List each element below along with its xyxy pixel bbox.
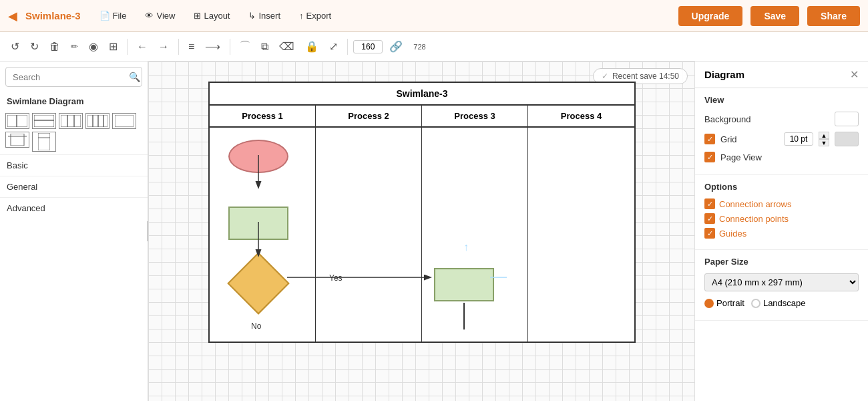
svg-rect-2: [34, 115, 54, 120]
orientation-row: Portrait Landscape: [704, 298, 859, 308]
shape-icon-5[interactable]: [112, 113, 136, 129]
svg-rect-1: [17, 115, 27, 127]
grid-color-picker[interactable]: [835, 132, 859, 146]
separator-4: [347, 39, 348, 55]
shape-icon-6[interactable]: [5, 132, 29, 148]
swimlane-body: No Yes ↑: [210, 128, 634, 342]
shape-icon-3[interactable]: [59, 113, 83, 129]
panel-close-button[interactable]: ✕: [850, 68, 859, 81]
canvas-area[interactable]: ✓ Recent save 14:50 Swimlane-3 Process 1…: [148, 61, 694, 401]
menu-layout[interactable]: ⊞ Layout: [188, 8, 235, 23]
paper-size-select[interactable]: A4 (210 mm x 297 mm) A3 (297 mm x 420 mm…: [704, 273, 859, 291]
swimlane-title: Swimlane-3: [210, 83, 634, 106]
right-panel: Diagram ✕ View Background ✓ Grid ▲ ▼ ✓: [694, 61, 868, 401]
landscape-radio-indicator: [751, 299, 761, 308]
swimlane-container[interactable]: Swimlane-3 Process 1 Process 2 Process 3…: [208, 82, 636, 343]
paper-size-section: Paper Size A4 (210 mm x 297 mm) A3 (297 …: [695, 250, 868, 321]
arrow-right-button[interactable]: →: [154, 38, 173, 55]
menu-file[interactable]: 📄 File: [94, 8, 132, 23]
back-button[interactable]: ◀: [8, 9, 17, 23]
fill-button[interactable]: ◉: [85, 37, 102, 55]
connection-arrows-label: Connection arrows: [719, 199, 791, 209]
sidebar-item-advanced[interactable]: Advanced: [0, 197, 148, 219]
redo-button[interactable]: ↻: [26, 37, 43, 55]
insert-icon: ↳: [248, 11, 256, 21]
grid-row: ✓ Grid ▲ ▼: [704, 132, 859, 146]
view-section: View Background ✓ Grid ▲ ▼ ✓ Page View: [695, 88, 868, 175]
shape-icon-2[interactable]: [32, 113, 56, 129]
save-button[interactable]: Save: [750, 6, 799, 26]
svg-rect-6: [61, 115, 81, 127]
shape-process-rect-col3[interactable]: [434, 268, 494, 301]
connection-points-row: ✓ Connection points: [704, 213, 859, 224]
shape-icon-1[interactable]: [5, 113, 29, 129]
share-button[interactable]: Share: [807, 6, 860, 26]
undo-button[interactable]: ↺: [7, 37, 23, 55]
grid-value-input[interactable]: [784, 132, 813, 146]
link-button[interactable]: 🔗: [385, 37, 407, 55]
search-input[interactable]: [13, 72, 125, 82]
menu-view[interactable]: 👁 View: [140, 8, 180, 23]
save-text: Recent save 14:50: [612, 72, 679, 81]
sidebar-item-general[interactable]: General: [0, 176, 148, 197]
clone-button[interactable]: ⧉: [257, 38, 272, 55]
view-section-title: View: [704, 95, 859, 105]
svg-rect-11: [115, 115, 134, 127]
grid-stepper: ▲ ▼: [819, 132, 829, 146]
table-button[interactable]: ⊞: [105, 37, 122, 55]
grid-label: Grid: [720, 134, 779, 144]
shape-start-oval[interactable]: [228, 140, 288, 173]
shape-icon-7[interactable]: [32, 132, 56, 152]
guides-label: Guides: [719, 229, 746, 239]
paper-size-title: Paper Size: [704, 257, 859, 267]
extra-button[interactable]: 728: [409, 40, 429, 53]
guides-row: ✓ Guides: [704, 228, 859, 239]
connection-arrows-checkbox[interactable]: ✓: [704, 198, 715, 209]
sidebar-item-basic[interactable]: Basic: [0, 154, 148, 176]
background-color-picker[interactable]: [835, 112, 859, 126]
panel-title: Diagram: [704, 69, 744, 80]
svg-rect-14: [38, 133, 50, 150]
app-title: Swimlane-3: [25, 10, 81, 21]
shape-decision-diamond[interactable]: [227, 252, 289, 314]
lock-button[interactable]: 🔒: [301, 37, 322, 55]
shape-icon-4[interactable]: [85, 113, 110, 129]
menu-export[interactable]: ↑ Export: [294, 8, 337, 23]
connection-points-checkbox[interactable]: ✓: [704, 213, 715, 224]
eraser-button[interactable]: ⌫: [275, 37, 298, 55]
shape-process-rect[interactable]: [228, 207, 288, 240]
main-layout: 🔍 Swimlane Diagram: [0, 61, 868, 401]
arrow-right2-button[interactable]: ⟶: [201, 37, 224, 55]
swimlane-col-3: ↑: [422, 128, 528, 342]
view-icon: 👁: [145, 11, 154, 21]
svg-rect-12: [11, 134, 24, 146]
grid-decrement-button[interactable]: ▼: [819, 139, 829, 146]
paint-button[interactable]: ✏: [67, 39, 82, 54]
delete-button[interactable]: 🗑: [45, 38, 64, 55]
arrow-left-button[interactable]: ←: [133, 38, 152, 55]
sidebar-diagram-label: Swimlane Diagram: [0, 92, 148, 110]
topbar: ◀ Swimlane-3 📄 File 👁 View ⊞ Layout ↳ In…: [0, 0, 868, 32]
upgrade-button[interactable]: Upgrade: [678, 6, 743, 26]
options-section-title: Options: [704, 182, 859, 192]
size-input[interactable]: 160: [353, 40, 383, 53]
grid-increment-button[interactable]: ▲: [819, 132, 829, 139]
col-header-2: Process 2: [316, 106, 422, 126]
landscape-radio[interactable]: Landscape: [751, 298, 806, 308]
up-arrow-hint: ↑: [463, 241, 469, 253]
expand-button[interactable]: ⤢: [325, 37, 342, 55]
guides-checkbox[interactable]: ✓: [704, 228, 715, 239]
page-view-row: ✓ Page View: [704, 152, 859, 162]
page-view-label: Page View: [720, 152, 859, 162]
col-header-3: Process 3: [422, 106, 528, 126]
layout-icon: ⊞: [194, 11, 201, 21]
page-view-checkbox[interactable]: ✓: [704, 152, 715, 162]
swimlane-col-4: [528, 128, 634, 342]
search-box[interactable]: 🔍: [5, 67, 142, 87]
lines-button[interactable]: ≡: [184, 38, 198, 55]
curve-button[interactable]: ⌒: [236, 37, 254, 56]
portrait-radio[interactable]: Portrait: [704, 298, 744, 308]
connection-points-label: Connection points: [719, 214, 789, 224]
menu-insert[interactable]: ↳ Insert: [243, 8, 286, 23]
grid-checkbox[interactable]: ✓: [704, 134, 715, 144]
